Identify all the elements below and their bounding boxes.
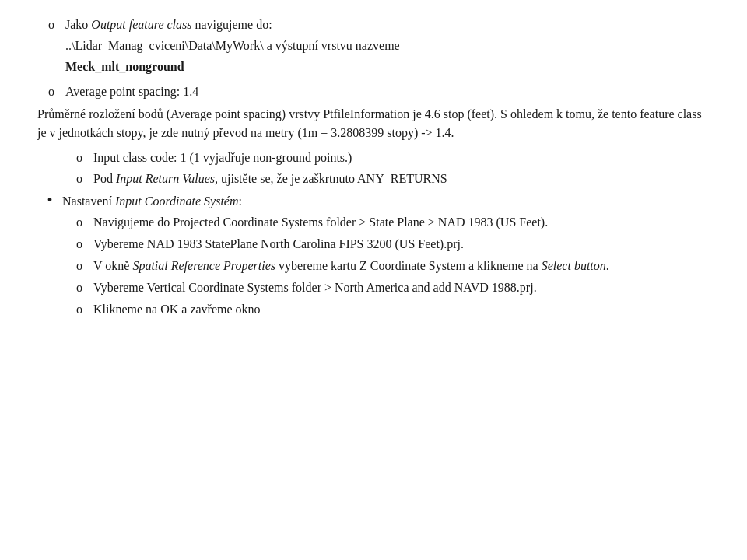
nav1-line: o Navigujeme do Projected Coordinate Sys… [37, 213, 710, 232]
para1-text: Průměrné rozložení bodů (Average point s… [37, 107, 702, 139]
marker-o-1: o [37, 16, 65, 33]
line-path: ..\Lidar_Manag_cviceni\Data\MyWork\ a vý… [37, 37, 710, 54]
nav3-text: V okně Spatial Reference Properties vybe… [93, 257, 609, 275]
line-average: o Average point spacing: 1.4 [37, 82, 710, 100]
para1-block: Průměrné rozložení bodů (Average point s… [37, 105, 710, 142]
content-block: o Jako Output feature class navigujeme d… [37, 16, 710, 318]
marker-o-4: o [65, 170, 93, 187]
nav4-line: o Vybereme Vertical Coordinate Systems f… [37, 278, 710, 297]
marker-o-3: o [65, 149, 93, 166]
meck-text: Meck_mlt_nonground [65, 60, 184, 73]
nastaveni-text: Nastavení Input Coordinate Systém: [62, 192, 242, 210]
path-suffix: a výstupní vrstvu nazveme [264, 39, 400, 52]
pod-text: Pod Input Return Values, ujistěte se, že… [93, 170, 447, 187]
nav4-text: Vybereme Vertical Coordinate Systems fol… [93, 278, 537, 297]
input-class-text: Input class code: 1 (1 vyjadřuje non-gro… [93, 149, 352, 166]
marker-o-2: o [37, 82, 65, 100]
marker-o-8: o [65, 278, 93, 296]
nastaveni-line: • Nastavení Input Coordinate Systém: [37, 192, 710, 210]
nav3-line: o V okně Spatial Reference Properties vy… [37, 257, 710, 275]
marker-o-6: o [65, 235, 93, 253]
line-meck: Meck_mlt_nonground [37, 58, 710, 75]
marker-o-5: o [65, 213, 93, 231]
bullet-marker-nastaveni: • [37, 192, 62, 208]
nav2-text: Vybereme NAD 1983 StatePlane North Carol… [93, 235, 464, 253]
line-jako: o Jako Output feature class navigujeme d… [37, 16, 710, 33]
jako-text: Jako Output feature class navigujeme do: [65, 16, 272, 33]
path-text: ..\Lidar_Manag_cviceni\Data\MyWork\ [65, 39, 264, 52]
nav5-line: o Klikneme na OK a zavřeme okno [37, 300, 710, 318]
marker-o-9: o [65, 300, 93, 318]
line-input-class: o Input class code: 1 (1 vyjadřuje non-g… [37, 149, 710, 166]
nav1-text: Navigujeme do Projected Coordinate Syste… [93, 213, 548, 232]
nav5-text: Klikneme na OK a zavřeme okno [93, 300, 261, 318]
line-pod: o Pod Input Return Values, ujistěte se, … [37, 170, 710, 187]
average-text: Average point spacing: 1.4 [65, 82, 198, 100]
nav2-line: o Vybereme NAD 1983 StatePlane North Car… [37, 235, 710, 253]
page-container: o Jako Output feature class navigujeme d… [0, 0, 747, 560]
marker-o-7: o [65, 257, 93, 275]
